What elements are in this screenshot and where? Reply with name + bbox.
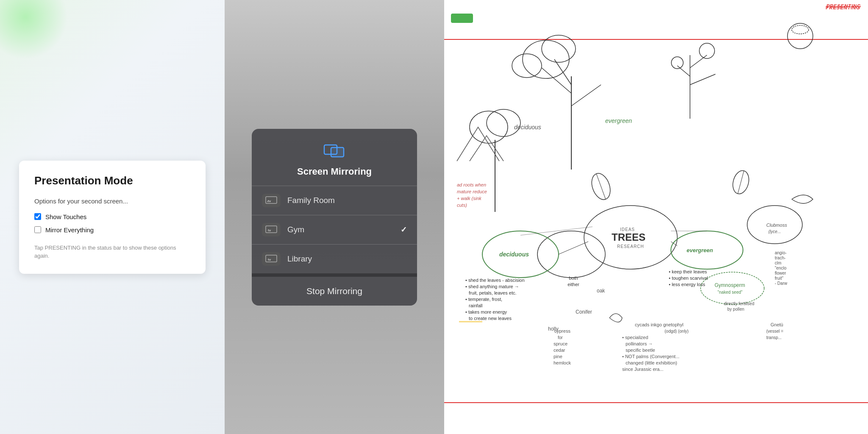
mirror-everything-row[interactable]: Mirror Everything <box>34 226 190 234</box>
svg-text:(lyce...: (lyce... <box>768 229 781 234</box>
device-name-family-room: Family Room <box>287 196 407 205</box>
stop-mirroring-section: Stop Mirroring <box>252 273 417 306</box>
device-row-gym[interactable]: tv Gym ✓ <box>252 215 417 244</box>
svg-text:RESEARCH: RESEARCH <box>617 244 644 249</box>
svg-text:angio-: angio- <box>775 250 787 255</box>
presenting-label: PRESENTING <box>826 3 861 8</box>
device-row-library[interactable]: tv Library <box>252 245 417 273</box>
svg-text:cuts): cuts) <box>457 203 467 208</box>
svg-text:tv: tv <box>268 199 271 203</box>
presenting-bar: PRESENTING <box>444 0 868 12</box>
card-subtitle: Options for your second screen... <box>34 198 190 205</box>
svg-text:"naked seed": "naked seed" <box>718 290 743 295</box>
svg-text:• toughen scarvival: • toughen scarvival <box>669 275 708 281</box>
device-row-family-room[interactable]: tv Family Room <box>252 186 417 215</box>
notes-svg: PRESENTING <box>444 0 868 434</box>
show-touches-row[interactable]: Show Touches <box>34 213 190 220</box>
svg-text:Clubmoss: Clubmoss <box>766 223 787 228</box>
gym-checkmark: ✓ <box>401 225 407 234</box>
screen-mirror-icon <box>323 142 345 159</box>
svg-text:• NOT palms (Convergent...: • NOT palms (Convergent... <box>622 354 679 359</box>
svg-text:evergreen: evergreen <box>605 117 632 124</box>
svg-text:pine: pine <box>554 354 562 359</box>
svg-rect-6 <box>266 255 277 262</box>
svg-text:• temperate, frost,: • temperate, frost, <box>465 297 502 302</box>
screen-mirroring-modal: Screen Mirroring tv Family Room tv <box>252 129 417 306</box>
svg-text:cedar: cedar <box>554 348 565 353</box>
svg-text:TREES: TREES <box>612 231 645 243</box>
device-name-library: Library <box>287 254 407 264</box>
svg-text:deciduous: deciduous <box>499 251 529 258</box>
svg-text:- Darw: - Darw <box>775 281 787 286</box>
svg-text:flower: flower <box>775 271 786 275</box>
svg-rect-1 <box>331 147 344 157</box>
svg-text:(vessel =: (vessel = <box>766 329 783 334</box>
notes-drawing: PRESENTING <box>444 0 868 434</box>
stop-divider <box>252 273 417 277</box>
svg-text:evergreen: evergreen <box>687 247 713 253</box>
apple-tv-icon-2: tv <box>262 223 281 236</box>
svg-text:+ walk (sink: + walk (sink <box>457 196 481 201</box>
stop-mirroring-label: Stop Mirroring <box>306 286 362 296</box>
svg-text:changed (little exhibition): changed (little exhibition) <box>626 360 677 365</box>
svg-text:transp...: transp... <box>766 335 782 340</box>
mirror-everything-checkbox[interactable] <box>34 226 41 233</box>
svg-text:by pollen: by pollen <box>727 307 744 312</box>
svg-text:• shed anything mature →: • shed anything mature → <box>465 284 519 289</box>
svg-text:• keep their leaves: • keep their leaves <box>669 269 707 274</box>
svg-text:directly fertilised: directly fertilised <box>724 301 754 306</box>
svg-text:Conifer: Conifer <box>576 309 592 315</box>
svg-text:cycads  inkgo  gnetophyl: cycads inkgo gnetophyl <box>635 322 683 327</box>
svg-text:fruit, petals, leaves etc.: fruit, petals, leaves etc. <box>469 290 517 295</box>
left-panel: Presentation Mode Options for your secon… <box>0 0 225 434</box>
svg-text:pollinators →: pollinators → <box>626 341 653 346</box>
svg-text:for: for <box>558 335 563 340</box>
svg-text:• specialized: • specialized <box>622 335 648 340</box>
stop-mirroring-button[interactable]: Stop Mirroring <box>252 277 417 306</box>
apple-tv-icon-1: tv <box>262 194 281 207</box>
svg-text:cypress: cypress <box>554 328 570 334</box>
svg-text:oak: oak <box>597 288 605 294</box>
svg-rect-4 <box>266 226 277 233</box>
svg-text:deciduous: deciduous <box>514 124 541 131</box>
svg-text:Gnetü: Gnetü <box>771 322 783 327</box>
modal-header: Screen Mirroring <box>252 129 417 186</box>
svg-text:clm: clm <box>775 261 782 265</box>
svg-text:"enclo: "enclo <box>775 266 787 270</box>
svg-text:• takes more energy: • takes more energy <box>465 309 507 314</box>
svg-text:trach-: trach- <box>775 256 786 260</box>
show-touches-checkbox[interactable] <box>34 213 41 220</box>
device-name-gym: Gym <box>287 225 394 234</box>
presentation-card: Presentation Mode Options for your secon… <box>19 161 206 274</box>
svg-text:mature reduce: mature reduce <box>457 189 487 194</box>
svg-text:rainfall: rainfall <box>469 303 482 308</box>
svg-text:tv: tv <box>268 228 271 232</box>
svg-text:Gymnosperm: Gymnosperm <box>715 282 745 288</box>
svg-text:• less energy loss: • less energy loss <box>669 282 705 287</box>
show-touches-label[interactable]: Show Touches <box>45 213 86 220</box>
mirror-everything-label[interactable]: Mirror Everything <box>45 226 94 234</box>
middle-panel: Screen Mirroring tv Family Room tv <box>225 0 444 434</box>
right-panel: PRESENTING PRESENTING <box>444 0 868 434</box>
svg-text:tv: tv <box>268 258 271 262</box>
svg-text:hemlock: hemlock <box>554 360 571 365</box>
svg-text:specific beetle: specific beetle <box>626 348 655 353</box>
svg-text:to create new leaves: to create new leaves <box>469 316 512 321</box>
svg-text:(odgd)  (only): (odgd) (only) <box>665 329 689 334</box>
svg-text:spruce: spruce <box>554 341 568 346</box>
svg-rect-12 <box>451 14 473 23</box>
svg-text:• shed the leaves - abscision: • shed the leaves - abscision <box>465 278 525 283</box>
svg-text:since Jurassic era...: since Jurassic era... <box>622 367 663 372</box>
hint-text: Tap PRESENTING in the status bar to show… <box>34 244 190 260</box>
card-title: Presentation Mode <box>34 174 190 187</box>
svg-text:both: both <box>569 275 578 281</box>
svg-text:ad roots when: ad roots when <box>457 182 486 187</box>
svg-rect-2 <box>266 197 277 203</box>
apple-tv-icon-3: tv <box>262 252 281 266</box>
svg-text:fruit": fruit" <box>775 276 784 281</box>
modal-title: Screen Mirroring <box>297 166 372 177</box>
svg-text:either: either <box>568 282 579 287</box>
